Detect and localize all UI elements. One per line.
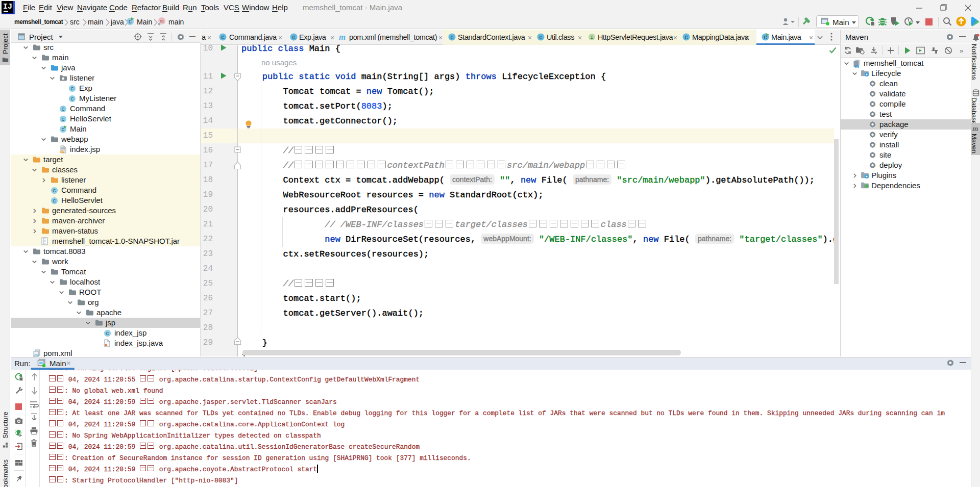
svg-text:m: m <box>855 63 860 68</box>
svg-text:JSP: JSP <box>60 150 64 153</box>
svg-text:I: I <box>591 35 594 40</box>
